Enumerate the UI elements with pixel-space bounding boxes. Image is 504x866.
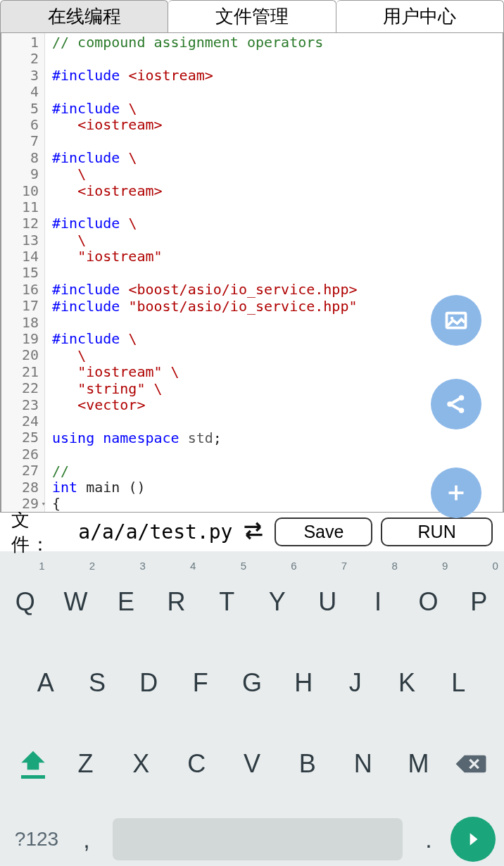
line-number: 3: [1, 68, 44, 84]
key-z[interactable]: Z: [58, 749, 113, 779]
backspace-icon: [455, 752, 487, 776]
shift-icon: [19, 748, 47, 772]
key-r[interactable]: 4R: [151, 561, 202, 642]
keyboard-row-2: ASDFGHJKL: [0, 642, 504, 723]
file-path: a/a/a/test.py: [78, 520, 232, 544]
key-t[interactable]: 5T: [201, 561, 252, 642]
key-b[interactable]: B: [279, 749, 335, 779]
file-label: 文件：: [11, 508, 70, 557]
line-number: 21: [1, 364, 44, 380]
line-number: 16: [1, 282, 44, 298]
tab-user-center[interactable]: 用户中心: [336, 0, 504, 32]
line-number: 12: [1, 215, 44, 232]
info-bar: 文件： a/a/a/test.py Save RUN: [0, 512, 504, 551]
code-token: <iostream>: [77, 182, 162, 199]
code-token: // compound assignment operators: [52, 34, 323, 51]
key-num: 4: [190, 560, 196, 572]
image-fab[interactable]: [431, 295, 481, 346]
key-c[interactable]: C: [169, 749, 225, 779]
key-g[interactable]: G: [226, 642, 277, 723]
code-token: \: [128, 149, 137, 166]
line-number: 1: [1, 34, 44, 51]
shift-indicator: [21, 775, 45, 779]
symbols-key[interactable]: ?123: [8, 828, 65, 851]
svg-line-5: [452, 399, 460, 403]
key-a[interactable]: A: [20, 642, 71, 723]
key-h[interactable]: H: [278, 642, 329, 723]
code-token: main (): [86, 479, 145, 496]
line-number: 14: [1, 249, 44, 265]
line-gutter: 1234567891011121314151617181920212223242…: [1, 33, 45, 512]
keyboard-row-1: 1Q2W3E4R5T6Y7U8I9O0P: [0, 561, 504, 642]
space-key[interactable]: [113, 818, 403, 860]
key-f[interactable]: F: [175, 642, 226, 723]
key-m[interactable]: M: [391, 749, 446, 779]
code-token: \: [77, 165, 86, 182]
code-token: <iostream>: [128, 67, 213, 84]
code-token: std: [188, 429, 213, 446]
tab-bar: 在线编程 文件管理 用户中心: [0, 0, 504, 33]
code-token: \: [154, 380, 163, 397]
key-num: 1: [39, 560, 44, 572]
code-token: {: [52, 495, 61, 512]
key-n[interactable]: N: [335, 749, 391, 779]
key-u[interactable]: 7U: [303, 561, 353, 642]
key-e[interactable]: 3E: [101, 561, 151, 642]
line-number: 13: [1, 232, 44, 249]
line-number: 20: [1, 347, 44, 363]
key-x[interactable]: X: [113, 749, 169, 779]
key-num: 5: [241, 560, 246, 572]
tab-file-manager[interactable]: 文件管理: [168, 0, 336, 32]
code-token: #include: [52, 100, 128, 117]
key-num: 8: [391, 560, 397, 572]
period-key[interactable]: .: [411, 826, 446, 853]
code-token: \: [128, 215, 137, 232]
tab-online-coding[interactable]: 在线编程: [0, 0, 168, 32]
key-q[interactable]: 1Q: [0, 561, 51, 642]
code-area[interactable]: // compound assignment operators #includ…: [45, 33, 503, 512]
backspace-key[interactable]: [446, 752, 496, 776]
key-k[interactable]: K: [381, 642, 432, 723]
key-w[interactable]: 2W: [51, 561, 101, 642]
key-num: 3: [139, 560, 145, 572]
code-editor[interactable]: 1234567891011121314151617181920212223242…: [0, 33, 504, 512]
enter-key[interactable]: [451, 817, 496, 862]
line-number: 5: [1, 101, 44, 117]
key-d[interactable]: D: [123, 642, 175, 723]
key-s[interactable]: S: [71, 642, 122, 723]
save-button[interactable]: Save: [275, 517, 372, 546]
line-number: 8: [1, 150, 44, 166]
key-l[interactable]: L: [433, 642, 484, 723]
code-token: "iostream": [77, 363, 170, 380]
key-v[interactable]: V: [225, 749, 280, 779]
code-token: ;: [213, 429, 222, 446]
key-num: 6: [291, 560, 296, 572]
key-y[interactable]: 6Y: [252, 561, 303, 642]
code-token: #include: [52, 215, 128, 232]
line-number: 28: [1, 479, 44, 496]
code-token: "boost/asio/io_service.hpp": [128, 298, 357, 315]
code-token: //: [52, 463, 69, 479]
code-token: <boost/asio/io_service.hpp>: [128, 281, 357, 298]
line-number: 22: [1, 380, 44, 396]
line-number: 6: [1, 117, 44, 133]
code-token: #include: [52, 149, 128, 166]
code-token: \: [128, 330, 137, 347]
add-fab[interactable]: [431, 467, 481, 518]
comma-key[interactable]: ,: [69, 826, 104, 853]
key-o[interactable]: 9O: [403, 561, 454, 642]
key-p[interactable]: 0P: [453, 561, 504, 642]
key-i[interactable]: 8I: [353, 561, 403, 642]
line-number: 7: [1, 133, 44, 149]
line-number: 29: [1, 496, 44, 512]
share-icon: [443, 391, 469, 417]
swap-button[interactable]: [241, 521, 266, 544]
key-j[interactable]: J: [329, 642, 381, 723]
line-number: 15: [1, 265, 44, 281]
share-fab[interactable]: [431, 379, 481, 429]
shift-key[interactable]: [8, 748, 58, 779]
code-token: #include: [52, 67, 128, 84]
code-token: using: [52, 429, 103, 446]
run-button[interactable]: RUN: [381, 517, 493, 546]
code-token: #include: [52, 281, 128, 298]
